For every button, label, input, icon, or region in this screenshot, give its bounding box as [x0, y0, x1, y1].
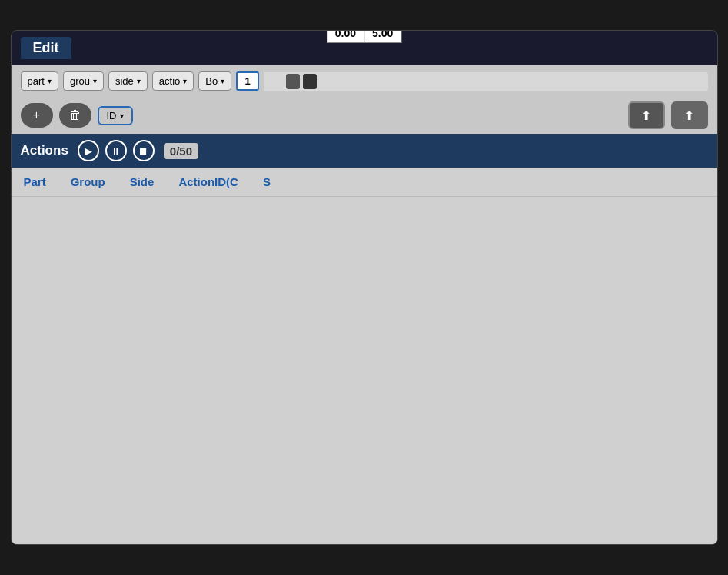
- upload-icon-2: ⬆: [684, 108, 694, 123]
- stop-button[interactable]: ⏹: [133, 140, 155, 161]
- col-side: Side: [130, 175, 155, 188]
- id-dropdown[interactable]: ID: [98, 106, 133, 125]
- time-display: 0.00 5.00: [327, 30, 402, 43]
- plus-icon: +: [33, 108, 40, 122]
- play-button[interactable]: ▶: [78, 140, 99, 161]
- actions-header: Actions ▶ ⏸ ⏹ 0/50: [12, 134, 717, 168]
- time-left: 0.00: [327, 30, 364, 43]
- col-s: S: [263, 175, 271, 188]
- stop-icon: ⏹: [133, 140, 155, 161]
- number-input[interactable]: [236, 71, 259, 91]
- delete-button[interactable]: 🗑: [59, 103, 91, 128]
- trash-icon: 🗑: [69, 108, 81, 122]
- actions-table: Part Group Side ActionID(C S: [12, 168, 717, 544]
- bo-dropdown[interactable]: Bo: [198, 71, 231, 91]
- actions-panel: Actions ▶ ⏸ ⏹ 0/50 Part Group Side Actio…: [12, 134, 717, 544]
- upload-icon-1: ⬆: [641, 108, 651, 123]
- id-label: ID: [107, 110, 117, 121]
- actions-title: Actions: [21, 143, 68, 158]
- timeline-thumb-right[interactable]: [303, 74, 317, 89]
- toolbar-row-1: part grou side actio Bo: [12, 65, 717, 97]
- upload-button-1[interactable]: ⬆: [628, 101, 665, 129]
- play-controls: ▶ ⏸ ⏹: [78, 140, 155, 161]
- timeline-track[interactable]: [264, 72, 707, 91]
- col-group: Group: [71, 175, 105, 188]
- action-count: 0/50: [164, 143, 198, 159]
- side-dropdown[interactable]: side: [108, 71, 148, 91]
- action-dropdown[interactable]: actio: [152, 71, 194, 91]
- main-window: 0.00 5.00 Edit part grou side actio Bo +…: [11, 30, 718, 545]
- add-button[interactable]: +: [21, 103, 53, 128]
- toolbar-row-2: + 🗑 ID ⬆ ⬆: [12, 97, 717, 134]
- part-dropdown[interactable]: part: [21, 71, 58, 91]
- play-icon: ▶: [78, 140, 99, 161]
- pause-button[interactable]: ⏸: [105, 140, 127, 161]
- pause-icon: ⏸: [105, 140, 127, 161]
- col-part: Part: [24, 175, 46, 188]
- table-header-row: Part Group Side ActionID(C S: [12, 168, 717, 197]
- col-actionid: ActionID(C: [178, 175, 238, 188]
- group-dropdown[interactable]: grou: [63, 71, 104, 91]
- upload-button-2[interactable]: ⬆: [671, 101, 708, 129]
- table-body: [12, 197, 717, 535]
- time-right: 5.00: [364, 30, 401, 43]
- edit-title: Edit: [21, 37, 71, 59]
- timeline-thumb-left[interactable]: [286, 74, 300, 89]
